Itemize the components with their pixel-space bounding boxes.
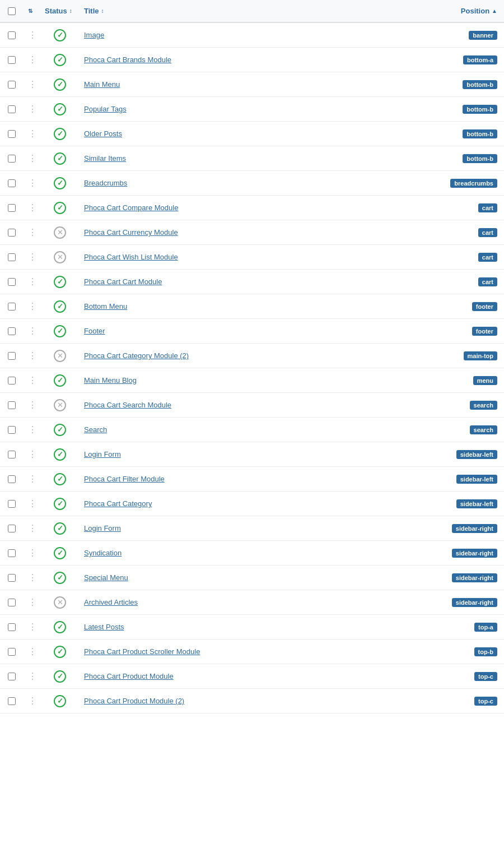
- row-checkbox-col[interactable]: [0, 475, 24, 483]
- row-checkbox[interactable]: [8, 105, 16, 113]
- row-checkbox-col[interactable]: [0, 253, 24, 261]
- drag-handle-col[interactable]: ⋮: [24, 227, 40, 238]
- title-link[interactable]: Phoca Cart Category: [84, 499, 152, 508]
- title-link[interactable]: Popular Tags: [84, 105, 127, 113]
- drag-handle-icon[interactable]: ⋮: [28, 128, 36, 139]
- row-checkbox-col[interactable]: [0, 31, 24, 39]
- row-checkbox-col[interactable]: [0, 229, 24, 237]
- status-col[interactable]: ✓: [40, 498, 80, 510]
- row-checkbox[interactable]: [8, 327, 16, 335]
- row-checkbox[interactable]: [8, 204, 16, 212]
- drag-handle-icon[interactable]: ⋮: [28, 449, 36, 460]
- row-checkbox[interactable]: [8, 574, 16, 582]
- title-link[interactable]: Phoca Cart Wish List Module: [84, 253, 178, 261]
- select-all-checkbox[interactable]: [8, 7, 16, 15]
- drag-handle-icon[interactable]: ⋮: [28, 548, 36, 558]
- title-link[interactable]: Phoca Cart Compare Module: [84, 203, 178, 212]
- title-link[interactable]: Phoca Cart Product Module (2): [84, 697, 184, 705]
- title-link[interactable]: Main Menu Blog: [84, 376, 137, 384]
- drag-handle-col[interactable]: ⋮: [24, 202, 40, 213]
- title-link[interactable]: Login Form: [84, 450, 121, 458]
- status-enabled-icon[interactable]: ✓: [54, 202, 66, 214]
- title-link[interactable]: Login Form: [84, 524, 121, 532]
- status-col[interactable]: ✓: [40, 78, 80, 91]
- row-checkbox[interactable]: [8, 426, 16, 434]
- header-title-col[interactable]: Title ↕: [80, 4, 437, 17]
- row-checkbox[interactable]: [8, 56, 16, 64]
- drag-handle-icon[interactable]: ⋮: [28, 350, 36, 361]
- status-enabled-icon[interactable]: ✓: [54, 128, 66, 140]
- row-checkbox-col[interactable]: [0, 377, 24, 384]
- row-checkbox-col[interactable]: [0, 525, 24, 532]
- status-enabled-icon[interactable]: ✓: [54, 621, 66, 633]
- drag-handle-icon[interactable]: ⋮: [28, 474, 36, 484]
- status-col[interactable]: ✓: [40, 670, 80, 683]
- status-col[interactable]: ✓: [40, 325, 80, 337]
- title-link[interactable]: Phoca Cart Currency Module: [84, 228, 178, 237]
- drag-handle-col[interactable]: ⋮: [24, 276, 40, 287]
- drag-handle-col[interactable]: ⋮: [24, 178, 40, 188]
- drag-handle-icon[interactable]: ⋮: [28, 79, 36, 90]
- title-link[interactable]: Image: [84, 31, 104, 39]
- title-link[interactable]: Archived Articles: [84, 598, 138, 606]
- row-checkbox-col[interactable]: [0, 673, 24, 680]
- status-col[interactable]: ✓: [40, 695, 80, 707]
- row-checkbox[interactable]: [8, 31, 16, 39]
- status-col[interactable]: ✓: [40, 54, 80, 66]
- status-enabled-icon[interactable]: ✓: [54, 522, 66, 535]
- drag-handle-icon[interactable]: ⋮: [28, 54, 36, 65]
- row-checkbox[interactable]: [8, 549, 16, 557]
- title-link[interactable]: Footer: [84, 327, 105, 335]
- status-col[interactable]: ✓: [40, 448, 80, 461]
- status-disabled-icon[interactable]: ✕: [54, 251, 66, 263]
- status-col[interactable]: ✕: [40, 399, 80, 411]
- status-disabled-icon[interactable]: ✕: [54, 596, 66, 609]
- row-checkbox-col[interactable]: [0, 574, 24, 582]
- row-checkbox[interactable]: [8, 525, 16, 532]
- drag-handle-icon[interactable]: ⋮: [28, 696, 36, 706]
- drag-handle-icon[interactable]: ⋮: [28, 178, 36, 188]
- status-enabled-icon[interactable]: ✓: [54, 300, 66, 313]
- status-col[interactable]: ✓: [40, 473, 80, 485]
- status-enabled-icon[interactable]: ✓: [54, 29, 66, 41]
- status-col[interactable]: ✓: [40, 522, 80, 535]
- drag-handle-icon[interactable]: ⋮: [28, 646, 36, 657]
- status-enabled-icon[interactable]: ✓: [54, 695, 66, 707]
- drag-handle-col[interactable]: ⋮: [24, 350, 40, 361]
- title-link[interactable]: Phoca Cart Filter Module: [84, 475, 165, 483]
- row-checkbox-col[interactable]: [0, 327, 24, 335]
- drag-handle-col[interactable]: ⋮: [24, 548, 40, 558]
- status-col[interactable]: ✓: [40, 374, 80, 387]
- status-disabled-icon[interactable]: ✕: [54, 350, 66, 362]
- status-col[interactable]: ✕: [40, 251, 80, 263]
- status-enabled-icon[interactable]: ✓: [54, 473, 66, 485]
- drag-handle-col[interactable]: ⋮: [24, 79, 40, 90]
- row-checkbox[interactable]: [8, 599, 16, 606]
- row-checkbox-col[interactable]: [0, 549, 24, 557]
- header-checkbox-col[interactable]: [0, 5, 24, 17]
- row-checkbox[interactable]: [8, 377, 16, 384]
- status-enabled-icon[interactable]: ✓: [54, 325, 66, 337]
- status-disabled-icon[interactable]: ✕: [54, 226, 66, 239]
- row-checkbox[interactable]: [8, 673, 16, 680]
- row-checkbox-col[interactable]: [0, 451, 24, 458]
- drag-handle-icon[interactable]: ⋮: [28, 227, 36, 238]
- status-col[interactable]: ✓: [40, 177, 80, 189]
- row-checkbox-col[interactable]: [0, 623, 24, 631]
- drag-handle-icon[interactable]: ⋮: [28, 252, 36, 262]
- status-disabled-icon[interactable]: ✕: [54, 399, 66, 411]
- status-enabled-icon[interactable]: ✓: [54, 572, 66, 584]
- row-checkbox[interactable]: [8, 475, 16, 483]
- row-checkbox-col[interactable]: [0, 278, 24, 286]
- row-checkbox-col[interactable]: [0, 352, 24, 360]
- status-col[interactable]: ✓: [40, 646, 80, 658]
- status-enabled-icon[interactable]: ✓: [54, 646, 66, 658]
- row-checkbox[interactable]: [8, 155, 16, 163]
- drag-handle-col[interactable]: ⋮: [24, 153, 40, 164]
- status-col[interactable]: ✓: [40, 128, 80, 140]
- drag-handle-icon[interactable]: ⋮: [28, 400, 36, 410]
- drag-handle-col[interactable]: ⋮: [24, 572, 40, 583]
- drag-handle-col[interactable]: ⋮: [24, 622, 40, 632]
- drag-handle-icon[interactable]: ⋮: [28, 622, 36, 632]
- row-checkbox-col[interactable]: [0, 105, 24, 113]
